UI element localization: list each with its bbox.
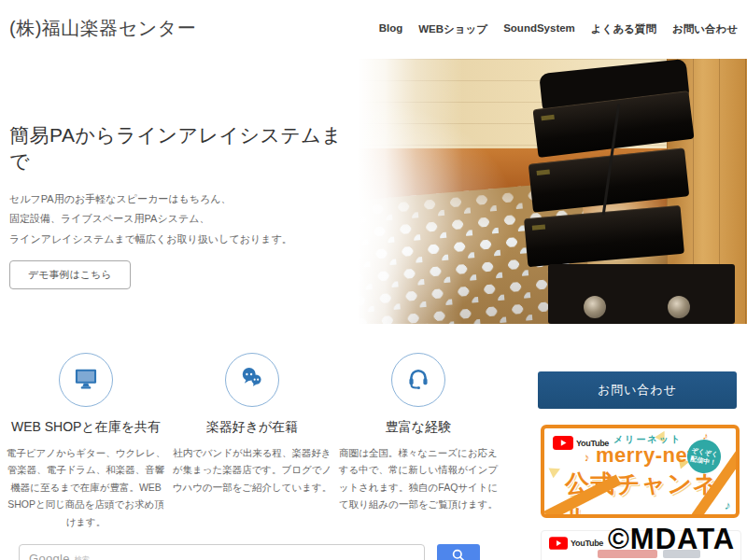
youtube-logo: YouTube bbox=[549, 537, 603, 550]
monitor-icon bbox=[73, 365, 99, 395]
feature-icon-circle bbox=[391, 353, 445, 407]
nav-item-soundsystem[interactable]: SoundSystem bbox=[503, 22, 575, 36]
demo-cases-button[interactable]: デモ事例はこちら bbox=[9, 260, 131, 289]
search-hint: 検索 bbox=[75, 554, 90, 560]
feature-music-lovers: 楽器好きが在籍 社内でバンドが出来る程、楽器好きが集まった楽器店です。ブログでノ… bbox=[172, 353, 332, 530]
hero-description: セルフPA用のお手軽なスピーカーはもちろん、 固定設備、ライブスペース用PAシス… bbox=[9, 189, 357, 249]
mdata-watermark: ©MDATA bbox=[608, 523, 735, 556]
main-nav: Blog WEBショップ SoundSystem よくある質問 お問い合わせ bbox=[379, 22, 738, 36]
feature-title: WEB SHOPと在庫を共有 bbox=[6, 419, 166, 436]
feature-title: 楽器好きが在籍 bbox=[172, 419, 332, 436]
youtube-label: YouTube bbox=[571, 539, 603, 548]
nav-item-webshop[interactable]: WEBショップ bbox=[418, 22, 487, 36]
youtube-merrynet-banner[interactable]: YouTube メリーネット merry-net 公式チャンネル ぞくぞく 配信… bbox=[541, 425, 740, 518]
contact-button[interactable]: お問い合わせ bbox=[538, 371, 737, 409]
music-note-icon: ♪ bbox=[582, 450, 590, 464]
hero-line: ラインアレイシステムまで幅広くお取り扱いしております。 bbox=[9, 230, 357, 249]
feature-columns: WEB SHOPと在庫を共有 電子ピアノからギター、ウクレレ、管楽器、電子ドラム… bbox=[6, 353, 499, 530]
nav-item-contact[interactable]: お問い合わせ bbox=[672, 22, 738, 36]
feature-title: 豊富な経験 bbox=[338, 419, 499, 436]
site-title[interactable]: (株)福山楽器センター bbox=[9, 16, 196, 41]
hero-heading: 簡易PAからラインアレイシステムまで bbox=[9, 122, 357, 175]
hero-white-fade-overlay bbox=[358, 59, 747, 324]
music-note-icon: ♪ bbox=[723, 498, 731, 513]
hero-image-concert-hall bbox=[358, 59, 747, 324]
feature-experience: 豊富な経験 商圏は全国。様々なニーズにお応えする中で、常に新しい情報がインプット… bbox=[338, 353, 499, 530]
feature-icon-circle bbox=[59, 353, 113, 407]
headset-icon bbox=[405, 365, 431, 395]
hero-text-block: 簡易PAからラインアレイシステムまで セルフPA用のお手軽なスピーカーはもちろん… bbox=[9, 122, 357, 289]
feature-description: 商圏は全国。様々なニーズにお応えする中で、常に新しい情報がインプットされます。独… bbox=[338, 444, 499, 513]
search-icon bbox=[451, 548, 466, 560]
search-button[interactable] bbox=[437, 544, 480, 560]
nav-item-faq[interactable]: よくある質問 bbox=[591, 22, 656, 36]
google-watermark: Google bbox=[29, 552, 70, 560]
google-search-input[interactable]: Google 検索 bbox=[19, 544, 425, 560]
nav-item-blog[interactable]: Blog bbox=[379, 22, 403, 36]
confetti-decoration bbox=[548, 464, 562, 479]
feature-description: 社内でバンドが出来る程、楽器好きが集まった楽器店です。ブログでノウハウの一部をご… bbox=[172, 444, 332, 496]
feature-webshop-stock: WEB SHOPと在庫を共有 電子ピアノからギター、ウクレレ、管楽器、電子ドラム… bbox=[6, 353, 166, 530]
feature-icon-circle bbox=[225, 353, 279, 407]
banner-brand-name: merry-net bbox=[596, 443, 695, 468]
header: (株)福山楽器センター Blog WEBショップ SoundSystem よくあ… bbox=[0, 0, 747, 56]
chat-icon bbox=[239, 365, 265, 395]
hero-line: セルフPA用のお手軽なスピーカーはもちろん、 bbox=[9, 189, 357, 209]
hero-line: 固定設備、ライブスペース用PAシステム、 bbox=[9, 209, 357, 229]
feature-description: 電子ピアノからギター、ウクレレ、管楽器、電子ドラム、和楽器、音響機器に至るまで在… bbox=[6, 444, 166, 530]
